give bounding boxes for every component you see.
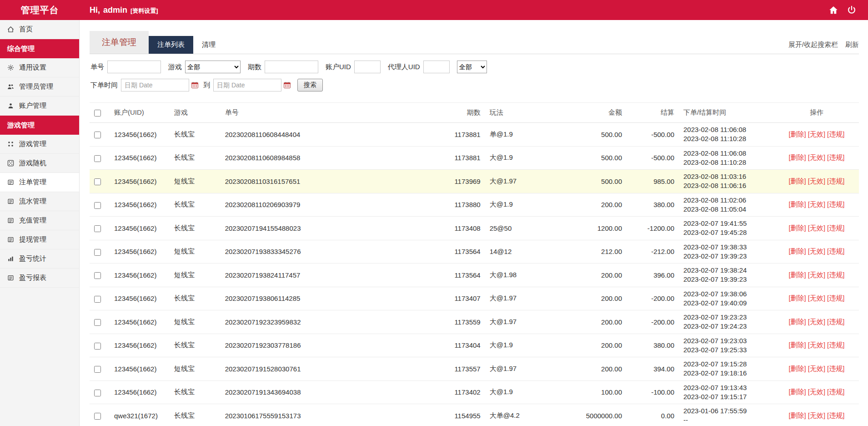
invalid-link[interactable]: [无效] (808, 224, 825, 232)
sidebar-item[interactable]: 充值管理 (0, 211, 79, 230)
delete-link[interactable]: [删除] (788, 271, 806, 279)
sidebar-item[interactable]: 游戏管理 (0, 135, 79, 154)
violation-link[interactable]: [违规] (827, 130, 844, 138)
delete-link[interactable]: [删除] (788, 130, 806, 138)
period-input[interactable] (265, 61, 318, 73)
delete-link[interactable]: [删除] (788, 388, 806, 396)
sidebar-item[interactable]: 流水管理 (0, 192, 79, 211)
invalid-link[interactable]: [无效] (808, 318, 825, 325)
row-checkbox-cell (90, 334, 110, 357)
profile-settings-link[interactable]: [资料设置] (130, 7, 158, 15)
row-checkbox[interactable] (94, 366, 101, 373)
toggle-search-link[interactable]: 展开/收起搜索栏 (788, 41, 838, 49)
row-checkbox[interactable] (94, 343, 101, 350)
tab-bar: 注单管理 注单列表清理 展开/收起搜索栏 刷新 (90, 31, 859, 54)
row-checkbox[interactable] (94, 390, 101, 396)
end-date-input[interactable] (213, 79, 281, 91)
invalid-link[interactable]: [无效] (808, 365, 825, 372)
search-button[interactable]: 搜索 (297, 79, 323, 91)
sidebar-item[interactable]: 游戏随机 (0, 154, 79, 173)
cell-order-no: 20230106175559153173 (221, 404, 437, 426)
tab[interactable]: 注单列表 (149, 36, 193, 54)
violation-link[interactable]: [违规] (827, 294, 844, 302)
violation-link[interactable]: [违规] (827, 224, 844, 232)
delete-link[interactable]: [删除] (788, 294, 806, 302)
row-checkbox[interactable] (94, 132, 101, 138)
invalid-link[interactable]: [无效] (808, 177, 825, 185)
sidebar-item[interactable]: 盈亏统计 (0, 249, 79, 269)
violation-link[interactable]: [违规] (827, 318, 844, 325)
delete-link[interactable]: [删除] (788, 153, 806, 161)
delete-link[interactable]: [删除] (788, 411, 806, 419)
sidebar-item[interactable]: 注单管理 (0, 173, 79, 192)
status-select[interactable]: 全部 (457, 61, 487, 73)
table-row: 123456(1662) 长线宝 20230207191343694038 11… (90, 380, 859, 404)
violation-link[interactable]: [违规] (827, 341, 844, 349)
invalid-link[interactable]: [无效] (808, 271, 825, 279)
sidebar-section[interactable]: 综合管理 (0, 39, 79, 58)
delete-link[interactable]: [删除] (788, 341, 806, 349)
delete-link[interactable]: [删除] (788, 318, 806, 325)
row-checkbox[interactable] (94, 225, 101, 232)
invalid-link[interactable]: [无效] (808, 247, 825, 255)
cell-order-no: 20230207193824117457 (221, 264, 437, 287)
delete-link[interactable]: [删除] (788, 177, 806, 185)
cell-game: 长线宝 (170, 380, 221, 404)
refresh-link[interactable]: 刷新 (845, 41, 859, 49)
row-checkbox[interactable] (94, 413, 101, 420)
select-all-checkbox[interactable] (94, 110, 101, 117)
cell-time: 2023-02-07 19:13:43 2023-02-07 19:15:17 (679, 380, 774, 404)
invalid-link[interactable]: [无效] (808, 200, 825, 208)
invalid-link[interactable]: [无效] (808, 341, 825, 349)
violation-link[interactable]: [违规] (827, 200, 844, 208)
violation-link[interactable]: [违规] (827, 177, 844, 185)
agent-uid-input[interactable] (423, 61, 450, 73)
violation-link[interactable]: [违规] (827, 153, 844, 161)
order-no-input[interactable] (107, 61, 161, 73)
delete-link[interactable]: [删除] (788, 200, 806, 208)
cell-game: 长线宝 (170, 287, 221, 310)
violation-link[interactable]: [违规] (827, 388, 844, 396)
invalid-link[interactable]: [无效] (808, 388, 825, 396)
cell-play: 单@1.9 (485, 123, 564, 147)
sidebar-item[interactable]: 通用设置 (0, 58, 79, 77)
start-date-input[interactable] (121, 79, 189, 91)
sidebar-item-label: 流水管理 (19, 197, 46, 206)
home-icon[interactable] (829, 5, 838, 15)
sidebar-item[interactable]: 首页 (0, 20, 79, 39)
game-select[interactable]: 全部 (185, 61, 241, 73)
power-icon[interactable] (847, 5, 856, 15)
row-checkbox[interactable] (94, 155, 101, 162)
violation-link[interactable]: [违规] (827, 365, 844, 372)
row-checkbox[interactable] (94, 272, 101, 279)
cell-amount: 500.00 (563, 170, 627, 193)
sidebar-item[interactable]: 提现管理 (0, 230, 79, 249)
tab[interactable]: 清理 (193, 36, 224, 54)
invalid-link[interactable]: [无效] (808, 294, 825, 302)
calendar-icon[interactable] (283, 81, 291, 89)
table-row: 123456(1662) 短线宝 20230207191528030761 11… (90, 357, 859, 381)
violation-link[interactable]: [违规] (827, 411, 844, 419)
violation-link[interactable]: [违规] (827, 271, 844, 279)
sidebar-item[interactable]: 盈亏报表 (0, 269, 79, 288)
invalid-link[interactable]: [无效] (808, 130, 825, 138)
col-time: 下单/结算时间 (679, 103, 774, 123)
calendar-icon[interactable] (191, 81, 199, 89)
row-checkbox[interactable] (94, 178, 101, 185)
row-checkbox[interactable] (94, 249, 101, 256)
sidebar-section[interactable]: 游戏管理 (0, 116, 79, 135)
row-checkbox[interactable] (94, 319, 101, 326)
violation-link[interactable]: [违规] (827, 247, 844, 255)
delete-link[interactable]: [删除] (788, 224, 806, 232)
delete-link[interactable]: [删除] (788, 365, 806, 372)
row-checkbox[interactable] (94, 296, 101, 303)
delete-link[interactable]: [删除] (788, 247, 806, 255)
col-account: 账户(UID) (110, 103, 170, 123)
sidebar-item[interactable]: 账户管理 (0, 96, 79, 116)
row-checkbox[interactable] (94, 202, 101, 209)
invalid-link[interactable]: [无效] (808, 153, 825, 161)
sidebar-item[interactable]: 管理员管理 (0, 77, 79, 96)
account-uid-input[interactable] (354, 61, 381, 73)
invalid-link[interactable]: [无效] (808, 411, 825, 419)
cell-account: 123456(1662) (110, 264, 170, 287)
